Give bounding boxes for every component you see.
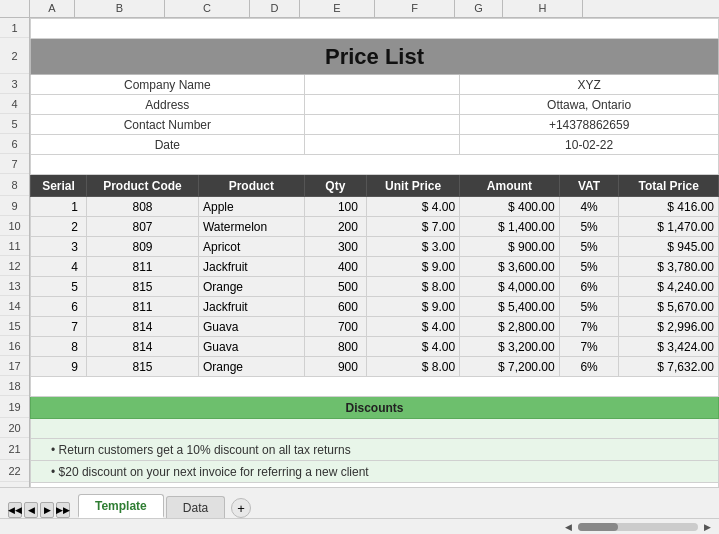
tab-data[interactable]: Data (166, 496, 225, 518)
header-qty: Qty (304, 175, 366, 197)
product-8: Guava (198, 337, 304, 357)
code-5: 815 (86, 277, 198, 297)
col-headers-row: A B C D E F G H (0, 0, 719, 18)
code-7: 814 (86, 317, 198, 337)
code-2: 807 (86, 217, 198, 237)
nav-last-arrow[interactable]: ▶▶ (56, 502, 70, 518)
bottom-section: ◀◀ ◀ ▶ ▶▶ Template Data + ◀ ▶ (0, 487, 719, 534)
serial-3: 3 (31, 237, 87, 257)
qty-4: 400 (304, 257, 366, 277)
uprice-6: $ 9.00 (366, 297, 459, 317)
row-num-8: 8 (0, 174, 29, 196)
scroll-right-btn[interactable]: ▶ (704, 522, 711, 532)
row-18 (31, 377, 719, 397)
serial-2: 2 (31, 217, 87, 237)
contact-spacer (304, 115, 460, 135)
qty-8: 800 (304, 337, 366, 357)
nav-first-arrow[interactable]: ◀◀ (8, 502, 22, 518)
row-num-4: 4 (0, 94, 29, 114)
amount-6: $ 5,400.00 (460, 297, 560, 317)
row-num-9: 9 (0, 196, 29, 216)
data-row-16: 8 814 Guava 800 $ 4.00 $ 3,200.00 7% $ 3… (31, 337, 719, 357)
serial-1: 1 (31, 197, 87, 217)
product-4: Jackfruit (198, 257, 304, 277)
row-numbers: 1 2 3 4 5 6 7 8 9 10 11 12 13 14 15 16 1… (0, 18, 30, 487)
data-row-14: 6 811 Jackfruit 600 $ 9.00 $ 5,400.00 5%… (31, 297, 719, 317)
row-2-title: Price List (31, 39, 719, 75)
row-num-11: 11 (0, 236, 29, 256)
product-1: Apple (198, 197, 304, 217)
scrollbar-thumb (578, 523, 618, 531)
row-19-discounts: Discounts (31, 397, 719, 419)
amount-3: $ 900.00 (460, 237, 560, 257)
amount-5: $ 4,000.00 (460, 277, 560, 297)
row-num-10: 10 (0, 216, 29, 236)
row-5: Contact Number +14378862659 (31, 115, 719, 135)
header-amount: Amount (460, 175, 560, 197)
table-container: Price List Company Name XYZ Addre (30, 18, 719, 487)
total-1: $ 416.00 (619, 197, 719, 217)
uprice-2: $ 7.00 (366, 217, 459, 237)
product-7: Guava (198, 317, 304, 337)
product-3: Apricot (198, 237, 304, 257)
row-num-21: 21 (0, 438, 29, 460)
row-num-14: 14 (0, 296, 29, 316)
row7-empty (31, 155, 719, 175)
row-num-17: 17 (0, 356, 29, 376)
scrollbar-track[interactable] (578, 523, 698, 531)
nav-next-arrow[interactable]: ▶ (40, 502, 54, 518)
corner-cell (0, 0, 30, 17)
col-header-d: D (250, 0, 300, 17)
col-header-a: A (30, 0, 75, 17)
vat-3: 5% (559, 237, 619, 257)
total-4: $ 3,780.00 (619, 257, 719, 277)
col-header-c: C (165, 0, 250, 17)
vat-4: 5% (559, 257, 619, 277)
date-value: 10-02-22 (460, 135, 719, 155)
data-row-9: 1 808 Apple 100 $ 4.00 $ 400.00 4% $ 416… (31, 197, 719, 217)
col-header-g: G (455, 0, 503, 17)
scroll-left-btn[interactable]: ◀ (565, 522, 572, 532)
product-5: Orange (198, 277, 304, 297)
col-header-b: B (75, 0, 165, 17)
vat-2: 5% (559, 217, 619, 237)
row-num-19: 19 (0, 396, 29, 418)
header-vat: VAT (559, 175, 619, 197)
header-unit-price: Unit Price (366, 175, 459, 197)
product-6: Jackfruit (198, 297, 304, 317)
tab-template[interactable]: Template (78, 494, 164, 518)
amount-7: $ 2,800.00 (460, 317, 560, 337)
row-num-2: 2 (0, 38, 29, 74)
col-header-e: E (300, 0, 375, 17)
uprice-9: $ 8.00 (366, 357, 459, 377)
tab-add-button[interactable]: + (231, 498, 251, 518)
total-5: $ 4,240.00 (619, 277, 719, 297)
total-3: $ 945.00 (619, 237, 719, 257)
discounts-header: Discounts (31, 397, 719, 419)
row-num-3: 3 (0, 74, 29, 94)
contact-value: +14378862659 (460, 115, 719, 135)
spreadsheet-app: A B C D E F G H 1 2 3 4 5 6 7 8 9 10 11 … (0, 0, 719, 534)
serial-7: 7 (31, 317, 87, 337)
data-row-11: 3 809 Apricot 300 $ 3.00 $ 900.00 5% $ 9… (31, 237, 719, 257)
data-row-15: 7 814 Guava 700 $ 4.00 $ 2,800.00 7% $ 2… (31, 317, 719, 337)
vat-6: 5% (559, 297, 619, 317)
company-name-spacer (304, 75, 460, 95)
product-2: Watermelon (198, 217, 304, 237)
status-bar: ◀ ▶ (0, 518, 719, 534)
amount-4: $ 3,600.00 (460, 257, 560, 277)
total-6: $ 5,670.00 (619, 297, 719, 317)
row20-empty (31, 419, 719, 439)
company-name-value: XYZ (460, 75, 719, 95)
qty-9: 900 (304, 357, 366, 377)
date-spacer (304, 135, 460, 155)
row-6: Date 10-02-22 (31, 135, 719, 155)
nav-prev-arrow[interactable]: ◀ (24, 502, 38, 518)
row-num-1: 1 (0, 18, 29, 38)
uprice-3: $ 3.00 (366, 237, 459, 257)
total-9: $ 7,632.00 (619, 357, 719, 377)
amount-1: $ 400.00 (460, 197, 560, 217)
spreadsheet-table: Price List Company Name XYZ Addre (30, 18, 719, 487)
code-1: 808 (86, 197, 198, 217)
col-header-h: H (503, 0, 583, 17)
